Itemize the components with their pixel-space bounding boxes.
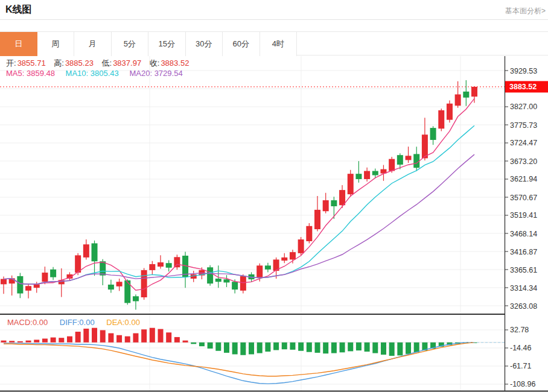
ma10-line <box>4 125 474 284</box>
svg-text:3929.53: 3929.53 <box>510 67 537 75</box>
current-price-tag: 3883.52 <box>505 81 548 92</box>
low-label: 低: <box>102 58 112 68</box>
tab-60分[interactable]: 60分 <box>223 32 260 56</box>
page-header: K线图 基本面分析> <box>0 0 548 20</box>
svg-text:3883.52: 3883.52 <box>509 83 537 91</box>
macd-value-label: MACD:0.00 <box>7 318 48 327</box>
macd-info: MACD:0.00 DIFF:0.00 DEA:0.00 <box>7 318 150 327</box>
ma20-info: MA20: 3729.54 <box>129 69 182 78</box>
price-axis-labels: 3929.533827.003775.733724.473673.203621.… <box>505 67 537 311</box>
close-label: 收: <box>150 58 160 68</box>
high-value: 3885.23 <box>65 58 94 68</box>
ma10-info: MA10: 3805.43 <box>66 69 119 78</box>
svg-text:-14.46: -14.46 <box>510 344 531 352</box>
dea-value-label: DEA:0.00 <box>106 318 140 327</box>
panel-borders <box>0 56 548 391</box>
macd-axis-labels: 32.78-14.46-61.71-108.96 <box>505 326 535 388</box>
open-label: 开: <box>6 58 16 68</box>
svg-text:-108.96: -108.96 <box>510 380 535 388</box>
svg-text:3468.14: 3468.14 <box>510 230 537 238</box>
fundamental-analysis-link[interactable]: 基本面分析> <box>505 6 546 16</box>
ma5-line <box>4 98 474 290</box>
tab-日[interactable]: 日 <box>0 32 37 56</box>
svg-text:3775.73: 3775.73 <box>510 121 537 130</box>
tab-4时[interactable]: 4时 <box>260 32 298 56</box>
low-value: 3837.97 <box>113 58 141 68</box>
svg-text:3519.41: 3519.41 <box>510 211 537 220</box>
macd-histogram <box>1 328 477 356</box>
high-label: 高: <box>54 58 64 68</box>
ohlc-info: 开:3855.71 高:3885.23 低:3837.97 收:3883.52 <box>6 58 189 69</box>
tab-周[interactable]: 周 <box>37 32 75 56</box>
svg-text:3570.67: 3570.67 <box>510 194 537 202</box>
svg-text:32.78: 32.78 <box>510 326 529 334</box>
diff-line <box>4 343 474 384</box>
tab-30分[interactable]: 30分 <box>186 32 223 56</box>
kline-chart-canvas[interactable]: 3929.533827.003775.733724.473673.203621.… <box>0 56 548 392</box>
svg-text:3827.00: 3827.00 <box>510 103 537 111</box>
diff-value-label: DIFF:0.00 <box>60 318 95 327</box>
close-value: 3883.52 <box>161 58 189 68</box>
svg-text:-61.71: -61.71 <box>510 362 531 370</box>
ma5-info: MA5: 3859.48 <box>6 69 55 78</box>
svg-text:3724.47: 3724.47 <box>510 139 537 147</box>
svg-text:3263.08: 3263.08 <box>510 302 537 311</box>
period-tabs: 日周月5分15分30分60分4时 <box>0 31 548 55</box>
tab-15分[interactable]: 15分 <box>148 32 186 56</box>
svg-text:3621.94: 3621.94 <box>510 175 537 183</box>
svg-text:3673.20: 3673.20 <box>510 157 537 166</box>
kline-chart-page: K线图 基本面分析> 日周月5分15分30分60分4时 开:3855.71 高:… <box>0 0 548 392</box>
tab-5分[interactable]: 5分 <box>112 32 149 56</box>
ma-info: MA5: 3859.48 MA10: 3805.43 MA20: 3729.54 <box>6 69 191 78</box>
tab-月[interactable]: 月 <box>74 32 112 56</box>
ma20-line <box>4 154 474 284</box>
open-value: 3855.71 <box>18 58 46 68</box>
page-title: K线图 <box>5 4 32 16</box>
svg-text:3416.87: 3416.87 <box>510 248 537 256</box>
svg-text:3314.34: 3314.34 <box>510 284 537 292</box>
dea-line <box>4 343 474 376</box>
svg-text:3365.61: 3365.61 <box>510 266 537 274</box>
